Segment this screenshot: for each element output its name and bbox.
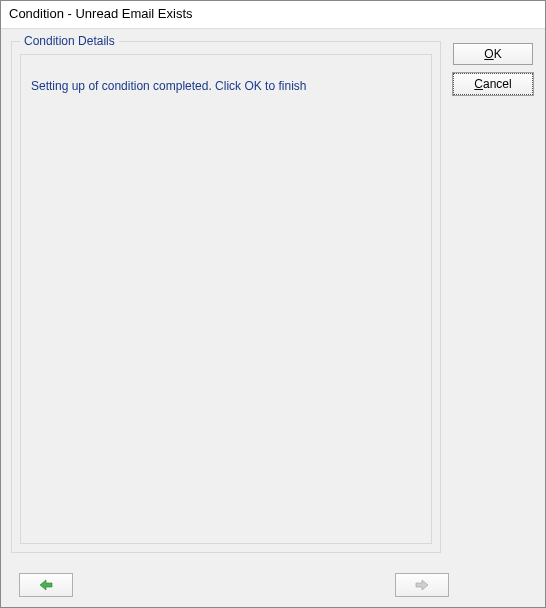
- ok-rest: K: [494, 47, 502, 61]
- cancel-rest: ancel: [483, 77, 512, 91]
- window-title: Condition - Unread Email Exists: [9, 6, 193, 21]
- right-button-panel: OK Cancel: [453, 43, 535, 103]
- next-button[interactable]: [395, 573, 449, 597]
- dialog-window: Condition - Unread Email Exists Conditio…: [0, 0, 546, 608]
- fieldset-inner: Setting up of condition completed. Click…: [20, 54, 432, 544]
- arrow-left-icon: [38, 578, 54, 592]
- cancel-mnemonic: C: [474, 77, 483, 91]
- back-button[interactable]: [19, 573, 73, 597]
- completion-message: Setting up of condition completed. Click…: [31, 79, 421, 93]
- arrow-right-icon: [414, 578, 430, 592]
- condition-details-fieldset: Condition Details Setting up of conditio…: [11, 41, 441, 553]
- ok-button[interactable]: OK: [453, 43, 533, 65]
- nav-button-panel: [11, 571, 449, 599]
- ok-mnemonic: O: [484, 47, 493, 61]
- title-bar: Condition - Unread Email Exists: [1, 1, 545, 29]
- content-area: Condition Details Setting up of conditio…: [1, 29, 545, 607]
- fieldset-legend: Condition Details: [20, 34, 119, 48]
- cancel-button[interactable]: Cancel: [453, 73, 533, 95]
